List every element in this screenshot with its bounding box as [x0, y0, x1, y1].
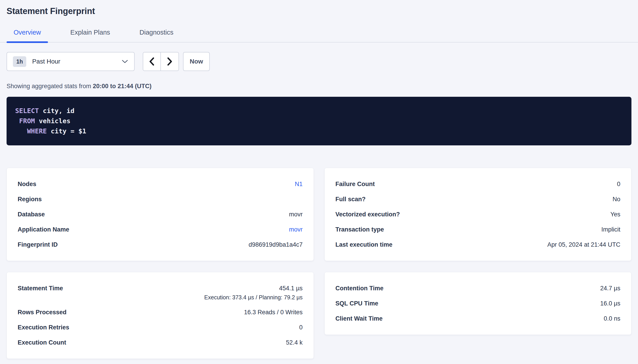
client-wait-time-label: Client Wait Time — [336, 315, 392, 322]
row-database: Databasemovr — [18, 210, 303, 218]
last-execution-time-value-cell: Apr 05, 2024 at 21:44 UTC — [547, 241, 620, 248]
sql-cpu-time-value-cell: 16.0 µs — [600, 300, 620, 307]
row-last-execution-time: Last execution timeApr 05, 2024 at 21:44… — [336, 241, 620, 248]
full-scan-label: Full scan? — [336, 195, 375, 203]
sql-cpu-time-value: 16.0 µs — [600, 300, 620, 307]
time-interval-arrows — [143, 52, 179, 71]
contention-time-value: 24.7 µs — [600, 285, 620, 292]
last-execution-time-label: Last execution time — [336, 241, 402, 248]
application-name-value-link[interactable]: movr — [289, 226, 303, 233]
row-failure-count: Failure Count0 — [336, 180, 620, 188]
last-execution-time-value: Apr 05, 2024 at 21:44 UTC — [547, 241, 620, 248]
execution-retries-value-cell: 0 — [299, 324, 302, 331]
chevron-right-icon — [167, 57, 172, 66]
full-scan-value-cell: No — [612, 195, 620, 203]
failure-count-label: Failure Count — [336, 180, 384, 188]
vectorized-execution-value-cell: Yes — [610, 210, 620, 218]
row-full-scan: Full scan?No — [336, 195, 620, 203]
execution-count-value: 52.4 k — [286, 339, 303, 346]
row-transaction-type: Transaction typeImplicit — [336, 226, 620, 233]
statement-time-label: Statement Time — [18, 284, 72, 292]
application-name-label: Application Name — [18, 226, 78, 233]
statement-times-card: Statement Time454.1 µsExecution: 373.4 µ… — [7, 272, 314, 359]
sql-line: SELECT city, id — [15, 106, 623, 116]
failure-count-value-cell: 0 — [617, 180, 620, 188]
time-range-badge: 1h — [13, 56, 26, 67]
sql-text — [15, 127, 27, 135]
row-vectorized-execution: Vectorized execution?Yes — [336, 210, 620, 218]
chevron-down-icon — [122, 60, 128, 64]
fingerprint-id-value-cell: d986919d9ba1a4c7 — [249, 241, 303, 248]
nodes-value-cell: N1 — [295, 180, 303, 188]
statement-fingerprint-page: Statement Fingerprint OverviewExplain Pl… — [0, 0, 638, 359]
aggregated-stats-range: 20:00 to 21:44 (UTC) — [93, 83, 152, 90]
execution-attributes-card: Failure Count0Full scan?NoVectorized exe… — [324, 168, 632, 261]
regions-label: Regions — [18, 195, 51, 203]
row-execution-retries: Execution Retries0 — [18, 324, 303, 331]
previous-time-interval-button[interactable] — [143, 52, 161, 70]
tab-diagnostics[interactable]: Diagnostics — [133, 28, 181, 42]
statement-time-breakdown: Execution: 373.4 µs / Planning: 79.2 µs — [204, 294, 303, 301]
sql-statement-box: SELECT city, id FROM vehicles WHERE city… — [7, 97, 631, 145]
full-scan-value: No — [612, 196, 620, 202]
tab-explain-plans[interactable]: Explain Plans — [63, 28, 117, 42]
transaction-type-label: Transaction type — [336, 226, 393, 233]
sql-text — [15, 117, 19, 125]
page-title: Statement Fingerprint — [7, 0, 631, 16]
application-name-value-cell: movr — [289, 226, 303, 233]
time-range-dropdown[interactable]: 1h Past Hour — [7, 52, 135, 71]
wait-times-card: Contention Time24.7 µsSQL CPU Time16.0 µ… — [324, 272, 632, 335]
time-range-label: Past Hour — [32, 58, 122, 65]
sql-line: WHERE city = $1 — [15, 126, 623, 136]
failure-count-value: 0 — [617, 181, 620, 188]
sql-text: city = $1 — [47, 127, 87, 135]
client-wait-time-value-cell: 0.0 ns — [603, 315, 620, 322]
row-contention-time: Contention Time24.7 µs — [336, 284, 620, 292]
nodes-label: Nodes — [18, 180, 46, 188]
sql-keyword: FROM — [19, 117, 35, 125]
row-nodes: NodesN1 — [18, 180, 303, 188]
execution-retries-value: 0 — [299, 324, 302, 331]
vectorized-execution-value: Yes — [610, 211, 620, 218]
sql-text: city, id — [39, 107, 75, 115]
row-sql-cpu-time: SQL CPU Time16.0 µs — [336, 300, 620, 307]
statement-time-value: 454.1 µs — [279, 285, 302, 292]
aggregated-stats-prefix: Showing aggregated stats from — [7, 83, 93, 90]
rows-processed-value-cell: 16.3 Reads / 0 Writes — [244, 308, 302, 316]
row-execution-count: Execution Count52.4 k — [18, 339, 303, 346]
nodes-value-link[interactable]: N1 — [295, 181, 303, 188]
fingerprint-id-label: Fingerprint ID — [18, 241, 67, 248]
row-regions: Regions — [18, 195, 303, 203]
summary-cards-grid: NodesN1RegionsDatabasemovrApplication Na… — [7, 168, 631, 359]
transaction-type-value-cell: Implicit — [601, 226, 620, 233]
row-application-name: Application Namemovr — [18, 226, 303, 233]
execution-retries-label: Execution Retries — [18, 324, 78, 331]
tab-overview[interactable]: Overview — [7, 28, 48, 42]
fingerprint-id-value: d986919d9ba1a4c7 — [249, 241, 303, 248]
database-value-cell: movr — [289, 210, 303, 218]
database-label: Database — [18, 210, 54, 218]
rows-processed-value: 16.3 Reads / 0 Writes — [244, 309, 302, 316]
statement-time-value-cell: 454.1 µsExecution: 373.4 µs / Planning: … — [204, 284, 303, 301]
vectorized-execution-label: Vectorized execution? — [336, 210, 409, 218]
statement-details-card: NodesN1RegionsDatabasemovrApplication Na… — [7, 168, 314, 261]
transaction-type-value: Implicit — [601, 226, 620, 233]
database-value: movr — [289, 211, 303, 218]
row-fingerprint-id: Fingerprint IDd986919d9ba1a4c7 — [18, 241, 303, 248]
contention-time-value-cell: 24.7 µs — [600, 284, 620, 292]
sql-keyword: SELECT — [15, 107, 39, 115]
row-rows-processed: Rows Processed16.3 Reads / 0 Writes — [18, 308, 303, 316]
client-wait-time-value: 0.0 ns — [603, 315, 620, 322]
next-time-interval-button[interactable] — [161, 52, 179, 70]
rows-processed-label: Rows Processed — [18, 308, 76, 316]
chevron-left-icon — [149, 57, 155, 66]
row-statement-time: Statement Time454.1 µsExecution: 373.4 µ… — [18, 284, 303, 301]
now-button[interactable]: Now — [183, 52, 210, 71]
sql-line: FROM vehicles — [15, 116, 623, 126]
sql-cpu-time-label: SQL CPU Time — [336, 300, 388, 307]
execution-count-label: Execution Count — [18, 339, 75, 346]
row-client-wait-time: Client Wait Time0.0 ns — [336, 315, 620, 322]
contention-time-label: Contention Time — [336, 284, 393, 292]
sql-text: vehicles — [35, 117, 70, 125]
sql-keyword: WHERE — [27, 127, 47, 135]
